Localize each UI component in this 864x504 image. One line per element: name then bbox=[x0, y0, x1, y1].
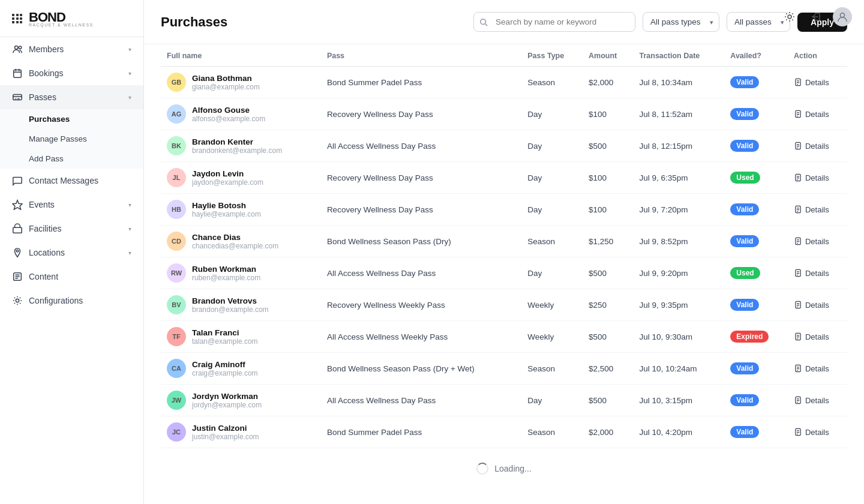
user-name: Jaydon Levin bbox=[192, 169, 263, 178]
user-avatar-img: JW bbox=[167, 391, 186, 410]
details-button[interactable]: Details bbox=[794, 364, 829, 373]
cell-action[interactable]: Details bbox=[788, 130, 847, 162]
cell-pass: Bond Summer Padel Pass bbox=[321, 416, 521, 448]
details-button[interactable]: Details bbox=[794, 332, 829, 341]
sidebar-item-contact-messages[interactable]: Contact Messages bbox=[0, 169, 143, 193]
passes-label: Passes bbox=[29, 92, 56, 102]
spinner-icon bbox=[476, 463, 488, 475]
details-button[interactable]: Details bbox=[794, 142, 829, 151]
cell-date: Jul 9, 9:35pm bbox=[634, 289, 725, 321]
cell-action[interactable]: Details bbox=[788, 385, 847, 416]
table-header-row: Full name Pass Pass Type Amount Transact… bbox=[161, 44, 847, 67]
details-button[interactable]: Details bbox=[794, 301, 829, 310]
cell-type: Day bbox=[521, 385, 583, 416]
configurations-label: Configurations bbox=[29, 296, 83, 305]
table-row: HB Haylie Botosh haylie@example.com Reco… bbox=[161, 194, 847, 226]
table-row: CA Craig Aminoff craig@example.com Bond … bbox=[161, 353, 847, 385]
user-avatar-img: HB bbox=[167, 200, 186, 219]
cell-name: CA Craig Aminoff craig@example.com bbox=[161, 353, 321, 385]
cell-action[interactable]: Details bbox=[788, 353, 847, 385]
table-row: GB Giana Bothman giana@example.com Bond … bbox=[161, 67, 847, 98]
cell-action[interactable]: Details bbox=[788, 257, 847, 289]
cell-status: Valid bbox=[724, 416, 788, 448]
cell-date: Jul 9, 9:20pm bbox=[634, 257, 725, 289]
loading-text: Loading... bbox=[494, 464, 532, 473]
cell-pass: Bond Summer Padel Pass bbox=[321, 67, 521, 98]
logo-area: BOND RACQUET & WELLNESS bbox=[0, 0, 143, 37]
user-avatar-img: JL bbox=[167, 168, 186, 187]
cell-status: Valid bbox=[724, 385, 788, 416]
details-button[interactable]: Details bbox=[794, 428, 829, 437]
content-label: Content bbox=[29, 272, 58, 281]
status-badge: Valid bbox=[730, 140, 759, 152]
cell-name: BK Brandon Kenter brandonkent@example.co… bbox=[161, 130, 321, 162]
user-email: brandon@example.com bbox=[192, 305, 269, 314]
sidebar-item-add-pass[interactable]: Add Pass bbox=[0, 149, 143, 169]
user-email: talan@example.com bbox=[192, 337, 258, 346]
status-badge: Valid bbox=[730, 76, 759, 88]
logo-sub: RACQUET & WELLNESS bbox=[29, 23, 94, 27]
cell-action[interactable]: Details bbox=[788, 226, 847, 257]
sidebar-item-events[interactable]: Events ▾ bbox=[0, 193, 143, 217]
user-avatar-img: BK bbox=[167, 136, 186, 155]
status-badge: Valid bbox=[730, 426, 759, 438]
cell-action[interactable]: Details bbox=[788, 67, 847, 98]
cell-amount: $500 bbox=[583, 321, 634, 353]
cell-status: Used bbox=[724, 257, 788, 289]
cell-action[interactable]: Details bbox=[788, 416, 847, 448]
cell-date: Jul 9, 7:20pm bbox=[634, 194, 725, 226]
cell-status: Valid bbox=[724, 130, 788, 162]
settings-icon[interactable] bbox=[780, 7, 799, 26]
cell-amount: $2,500 bbox=[583, 353, 634, 385]
cell-action[interactable]: Details bbox=[788, 194, 847, 226]
cell-date: Jul 8, 11:52am bbox=[634, 98, 725, 130]
details-button[interactable]: Details bbox=[794, 205, 829, 214]
members-label: Members bbox=[29, 44, 64, 54]
col-passtype: Pass Type bbox=[521, 44, 583, 67]
user-email: justin@example.com bbox=[192, 433, 259, 441]
table-row: BV Brandon Vetrovs brandon@example.com R… bbox=[161, 289, 847, 321]
cell-pass: Bond Wellness Season Pass (Dry + Wet) bbox=[321, 353, 521, 385]
events-chevron: ▾ bbox=[128, 202, 131, 208]
col-action: Action bbox=[788, 44, 847, 67]
svg-rect-5 bbox=[13, 227, 22, 233]
cell-pass: Recovery Wellness Weekly Pass bbox=[321, 289, 521, 321]
user-avatar-img: CD bbox=[167, 232, 186, 251]
cell-type: Weekly bbox=[521, 289, 583, 321]
cell-date: Jul 9, 8:52pm bbox=[634, 226, 725, 257]
sidebar-item-facilities[interactable]: Facilities ▾ bbox=[0, 217, 143, 241]
cell-pass: Recovery Wellness Day Pass bbox=[321, 194, 521, 226]
cell-action[interactable]: Details bbox=[788, 162, 847, 194]
user-email: alfonso@example.com bbox=[192, 115, 265, 123]
details-button[interactable]: Details bbox=[794, 78, 829, 87]
sidebar-item-configurations[interactable]: Configurations bbox=[0, 289, 143, 313]
cell-action[interactable]: Details bbox=[788, 321, 847, 353]
sidebar-item-content[interactable]: Content bbox=[0, 265, 143, 289]
logout-icon[interactable] bbox=[806, 7, 826, 26]
sidebar-item-purchases[interactable]: Purchases bbox=[0, 109, 143, 129]
user-avatar-img: RW bbox=[167, 263, 186, 283]
cell-type: Season bbox=[521, 67, 583, 98]
details-button[interactable]: Details bbox=[794, 396, 829, 405]
cell-type: Season bbox=[521, 226, 583, 257]
grid-icon bbox=[12, 14, 23, 23]
user-name: Ruben Workman bbox=[192, 265, 260, 274]
sidebar-item-locations[interactable]: Locations ▾ bbox=[0, 241, 143, 265]
user-avatar-img: TF bbox=[167, 327, 186, 346]
cell-amount: $500 bbox=[583, 257, 634, 289]
table-row: CD Chance Dias chancedias@example.com Bo… bbox=[161, 226, 847, 257]
sidebar-item-members[interactable]: Members ▾ bbox=[0, 37, 143, 61]
cell-action[interactable]: Details bbox=[788, 98, 847, 130]
cell-action[interactable]: Details bbox=[788, 289, 847, 321]
details-button[interactable]: Details bbox=[794, 110, 829, 119]
sidebar-item-manage-passes[interactable]: Manage Passes bbox=[0, 129, 143, 149]
sidebar-item-bookings[interactable]: Bookings ▾ bbox=[0, 61, 143, 85]
cell-type: Season bbox=[521, 416, 583, 448]
details-button[interactable]: Details bbox=[794, 269, 829, 278]
user-avatar[interactable] bbox=[833, 7, 852, 26]
details-button[interactable]: Details bbox=[794, 173, 829, 182]
sidebar-item-passes[interactable]: Passes ▾ bbox=[0, 85, 143, 109]
details-button[interactable]: Details bbox=[794, 237, 829, 246]
cell-type: Day bbox=[521, 130, 583, 162]
cell-amount: $2,000 bbox=[583, 416, 634, 448]
